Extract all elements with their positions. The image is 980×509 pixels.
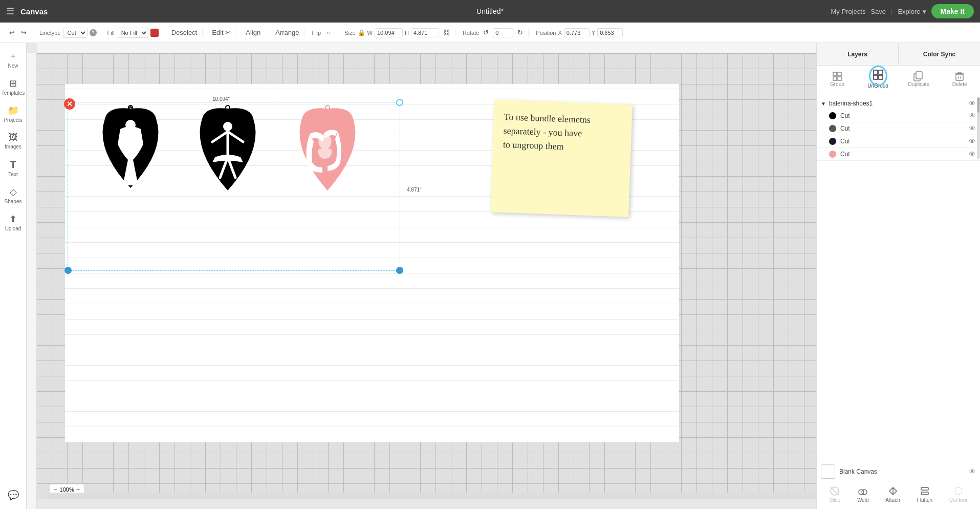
linetype-select[interactable]: Cut xyxy=(63,28,88,38)
rotate-ccw-button[interactable]: ↺ xyxy=(481,28,491,37)
slice-tool[interactable]: Slice xyxy=(829,486,840,503)
undo-button[interactable]: ↩ xyxy=(7,28,17,37)
fill-select[interactable]: No Fill xyxy=(117,28,148,38)
sidebar-label-new: New xyxy=(8,63,18,69)
svg-rect-13 xyxy=(838,77,841,80)
slice-label: Slice xyxy=(829,497,840,503)
earring-right[interactable] xyxy=(300,105,356,190)
size-h-input[interactable] xyxy=(411,28,439,37)
flip-h-button[interactable]: ↔ xyxy=(323,28,334,37)
deselect-button[interactable]: Deselect xyxy=(169,28,200,37)
text-icon: T xyxy=(10,159,16,171)
layers-panel: ▼ balerina-shoes1 👁 Cut 👁 Cut 👁 Cut 👁 xyxy=(817,93,980,280)
layer-2-color-swatch xyxy=(829,125,836,132)
blank-canvas-label: Blank Canvas xyxy=(839,468,965,475)
design-ballerina-group[interactable] xyxy=(72,103,403,271)
my-projects-link[interactable]: My Projects xyxy=(831,8,866,15)
redo-button[interactable]: ↪ xyxy=(19,28,29,37)
position-label: Position xyxy=(536,30,556,36)
layer-4-eye-icon[interactable]: 👁 xyxy=(969,150,976,158)
earring-middle[interactable] xyxy=(200,105,256,190)
ungroup-label: UnGroup xyxy=(867,83,888,89)
divider: | xyxy=(891,8,892,15)
rotate-input[interactable] xyxy=(493,28,513,37)
sidebar-item-projects[interactable]: 📁 Projects xyxy=(0,101,26,127)
layer-4-color-swatch xyxy=(829,151,836,158)
zoom-in-button[interactable]: + xyxy=(76,485,80,493)
sidebar-item-templates[interactable]: ⊞ Templates xyxy=(0,74,26,100)
layer-group-header[interactable]: ▼ balerina-shoes1 👁 xyxy=(817,97,980,110)
arrange-label: Arrange xyxy=(275,29,299,36)
blank-canvas-eye-icon[interactable]: 👁 xyxy=(969,468,976,476)
flatten-tool[interactable]: Flatten xyxy=(917,486,933,503)
edit-button[interactable]: Edit ✂ xyxy=(210,28,233,37)
horizontal-scrollbar[interactable] xyxy=(47,493,816,499)
sidebar-item-images[interactable]: 🖼 Images xyxy=(0,128,26,154)
layer-3-color-swatch xyxy=(829,138,836,145)
sidebar-item-upload[interactable]: ⬆ Upload xyxy=(0,209,26,236)
weld-tool[interactable]: Weld xyxy=(857,486,869,503)
sidebar-item-chat[interactable]: 💬 xyxy=(0,485,26,505)
earring-left[interactable] xyxy=(103,105,159,188)
layer-2-eye-icon[interactable]: 👁 xyxy=(969,124,976,133)
layer-item-3[interactable]: Cut 👁 xyxy=(817,135,980,148)
right-panel: Layers Color Sync Group xyxy=(816,43,980,509)
layer-visibility-icon[interactable]: 👁 xyxy=(969,99,976,108)
workspace[interactable]: ✕ 10.094" 4.871" xyxy=(37,53,816,499)
linetype-help-icon[interactable]: ? xyxy=(90,29,97,36)
fill-color-swatch[interactable] xyxy=(150,29,159,37)
weld-label: Weld xyxy=(857,497,869,503)
width-measurement: 10.094" xyxy=(211,96,231,102)
delete-button[interactable]: Delete xyxy=(939,69,980,89)
layers-tab[interactable]: Layers xyxy=(847,51,867,58)
images-icon: 🖼 xyxy=(9,132,18,143)
align-button[interactable]: Align xyxy=(244,28,263,37)
svg-rect-15 xyxy=(879,70,883,74)
edit-label: Edit xyxy=(212,29,223,36)
pos-x-input[interactable] xyxy=(564,28,590,37)
layer-group-arrow-icon: ▼ xyxy=(821,101,826,107)
layer-item-4[interactable]: Cut 👁 xyxy=(817,148,980,161)
ungroup-icon xyxy=(873,70,883,80)
layer-3-eye-icon[interactable]: 👁 xyxy=(969,137,976,145)
size-w-input[interactable] xyxy=(375,28,403,37)
projects-icon: 📁 xyxy=(8,105,19,116)
arrange-button[interactable]: Arrange xyxy=(273,28,301,37)
group-icon xyxy=(832,71,842,81)
main-area: + New ⊞ Templates 📁 Projects 🖼 Images T … xyxy=(0,43,980,509)
height-measurement: 4.871" xyxy=(405,186,423,193)
make-it-button[interactable]: Make It xyxy=(931,4,974,18)
save-button[interactable]: Save xyxy=(870,8,886,15)
svg-rect-10 xyxy=(833,72,837,76)
canvas-area[interactable]: /* ruler ticks rendered by JS below */ ✕… xyxy=(27,43,816,509)
group-button[interactable]: Group xyxy=(817,69,858,89)
top-navigation: ☰ Canvas Untitled* My Projects Save | Ex… xyxy=(0,0,980,23)
contour-tool[interactable]: Contour xyxy=(949,486,968,503)
layer-1-eye-icon[interactable]: 👁 xyxy=(969,112,976,120)
linetype-label: Linetype xyxy=(39,30,61,36)
explore-label: Explore xyxy=(898,8,920,15)
close-selection-button[interactable]: ✕ xyxy=(64,98,75,110)
delete-icon xyxy=(954,71,965,81)
duplicate-button[interactable]: Duplicate xyxy=(899,69,940,89)
blank-canvas-row[interactable]: Blank Canvas 👁 xyxy=(821,462,976,481)
zoom-out-button[interactable]: − xyxy=(54,485,58,493)
layer-2-label: Cut xyxy=(840,125,850,132)
attach-tool[interactable]: Attach xyxy=(885,486,900,503)
size-chain-button[interactable]: ⛓ xyxy=(441,28,452,37)
sidebar-item-new[interactable]: + New xyxy=(0,47,26,73)
layer-item-1[interactable]: Cut 👁 xyxy=(817,110,980,122)
size-lock-icon[interactable]: 🔒 xyxy=(358,29,365,36)
ungroup-button[interactable]: UnGroup xyxy=(858,68,899,91)
pos-y-input[interactable] xyxy=(597,28,623,37)
layer-item-2[interactable]: Cut 👁 xyxy=(817,122,980,135)
explore-button[interactable]: Explore ▾ xyxy=(898,8,926,15)
size-h-label: H xyxy=(405,30,409,36)
sidebar-item-text[interactable]: T Text xyxy=(0,155,26,181)
layer-bottom-controls: Blank Canvas 👁 Slice Weld xyxy=(817,458,980,509)
rotate-cw-button[interactable]: ↻ xyxy=(515,28,525,37)
menu-icon[interactable]: ☰ xyxy=(6,6,14,17)
group-label: Group xyxy=(830,81,844,87)
color-sync-tab[interactable]: Color Sync xyxy=(923,51,955,58)
sidebar-item-shapes[interactable]: ◇ Shapes xyxy=(0,182,26,208)
